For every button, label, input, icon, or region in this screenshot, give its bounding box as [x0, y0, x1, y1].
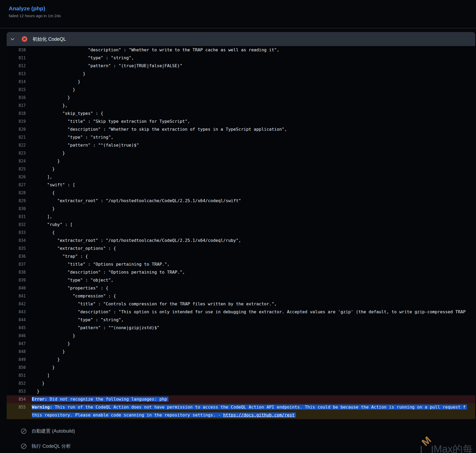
- log-line: 844 "type" : "string",: [7, 316, 475, 324]
- log-text: "extractor_root" : "/opt/hostedtoolcache…: [26, 197, 241, 205]
- line-number[interactable]: 835: [7, 244, 26, 252]
- log-line: 822 "pattern" : "^(false|true)$": [7, 141, 475, 149]
- line-number[interactable]: 823: [7, 149, 26, 157]
- log-text: }: [26, 149, 65, 157]
- line-number[interactable]: 817: [7, 102, 26, 110]
- log-line: 847 }: [7, 340, 475, 348]
- log-line: 850 }: [7, 364, 475, 372]
- line-number[interactable]: 828: [7, 189, 26, 197]
- line-number[interactable]: 851: [7, 372, 26, 379]
- log-line: 829 "extractor_root" : "/opt/hostedtoolc…: [7, 197, 475, 205]
- line-number[interactable]: 834: [7, 237, 26, 244]
- log-line: 842 "title" : "Controls compression for …: [7, 300, 475, 308]
- log-text: "title" : "Controls compression for the …: [26, 300, 277, 308]
- log-line: 831 ],: [7, 213, 475, 221]
- log-line: 815 }: [7, 86, 475, 94]
- log-text: }: [26, 157, 60, 165]
- log-text: "swift" : [: [26, 181, 75, 189]
- log-text: "pattern" : "^(false|true)$": [26, 141, 139, 149]
- line-number[interactable]: 833: [7, 229, 26, 237]
- log-text: }: [26, 86, 75, 94]
- chevron-down-icon[interactable]: [10, 37, 15, 42]
- log-line: 840 "properties" : {: [7, 284, 475, 292]
- line-number[interactable]: 837: [7, 260, 26, 268]
- line-number[interactable]: 815: [7, 86, 26, 94]
- line-number[interactable]: 846: [7, 332, 26, 340]
- step-name: 執行 CodeQL 分析: [32, 443, 71, 449]
- line-number[interactable]: 822: [7, 141, 26, 149]
- line-number[interactable]: 824: [7, 157, 26, 165]
- line-number[interactable]: 819: [7, 117, 26, 125]
- line-number[interactable]: 820: [7, 125, 26, 133]
- log-line: 836 "trap" : {: [7, 252, 475, 260]
- log-text: "ruby" : [: [26, 221, 73, 229]
- line-number[interactable]: 854: [7, 395, 26, 403]
- log-line: 824 }: [7, 157, 475, 165]
- header-divider: [0, 28, 476, 28]
- log-text: "properties" : {: [26, 284, 108, 292]
- log-text: "type" : "string",: [26, 316, 124, 324]
- line-number[interactable]: 829: [7, 197, 26, 205]
- log-line: 853 }: [7, 387, 475, 395]
- log-line: 848 }: [7, 348, 475, 356]
- log-text: "description" : "Whether to write to the…: [26, 46, 279, 54]
- line-number[interactable]: 827: [7, 181, 26, 189]
- log-line: 827 "swift" : [: [7, 181, 475, 189]
- line-number[interactable]: 844: [7, 316, 26, 324]
- line-number[interactable]: 850: [7, 364, 26, 372]
- line-number[interactable]: 843: [7, 308, 26, 316]
- line-number[interactable]: 847: [7, 340, 26, 348]
- log-text: {: [26, 189, 55, 197]
- log-line: 819 "title" : "Skip type extraction for …: [7, 117, 475, 125]
- docs-link[interactable]: https://docs.github.com/rest: [223, 413, 295, 418]
- line-number[interactable]: 852: [7, 379, 26, 387]
- line-number[interactable]: 825: [7, 165, 26, 173]
- log-text: "type" : "string",: [26, 133, 113, 141]
- log-text: }: [26, 364, 55, 372]
- line-number[interactable]: 826: [7, 173, 26, 181]
- line-number[interactable]: 838: [7, 268, 26, 276]
- line-number[interactable]: 849: [7, 356, 26, 364]
- step-header-initialize-codeql[interactable]: 初始化 CodeQL: [7, 32, 475, 46]
- line-number[interactable]: 841: [7, 292, 26, 300]
- log-text: }: [26, 165, 55, 173]
- step-log-card: 初始化 CodeQL 810 "description" : "Whether …: [7, 32, 475, 419]
- log-line: 828 {: [7, 189, 475, 197]
- log-line: 823 }: [7, 149, 475, 157]
- log-text: }: [26, 387, 39, 395]
- log-text: }: [26, 340, 70, 348]
- job-title[interactable]: Analyze (php): [9, 5, 61, 12]
- log-text: "type" : "object",: [26, 276, 113, 284]
- line-number[interactable]: 842: [7, 300, 26, 308]
- line-number[interactable]: 812: [7, 62, 26, 70]
- step-header-run-codeql-analysis: 執行 CodeQL 分析: [21, 443, 71, 449]
- line-number[interactable]: 845: [7, 324, 26, 332]
- line-number[interactable]: 848: [7, 348, 26, 356]
- log-text: "extractor_options" : {: [26, 244, 116, 252]
- line-number[interactable]: 853: [7, 387, 26, 395]
- log-text: "pattern" : "(true|TRUE|false|FALSE)": [26, 62, 182, 70]
- log-text: }: [26, 94, 70, 102]
- log-text: }: [26, 379, 45, 387]
- log-text: }: [26, 78, 80, 86]
- step-name: 初始化 CodeQL: [33, 36, 66, 42]
- line-number[interactable]: 821: [7, 133, 26, 141]
- line-number[interactable]: 813: [7, 70, 26, 78]
- x-circle-fail-icon: [22, 36, 27, 42]
- log-line: 818 "skip_types" : {: [7, 110, 475, 117]
- watermark-text: Max的每一天: [434, 442, 476, 453]
- line-number[interactable]: 840: [7, 284, 26, 292]
- line-number[interactable]: 814: [7, 78, 26, 86]
- line-number[interactable]: 811: [7, 54, 26, 62]
- line-number[interactable]: 855: [7, 403, 26, 411]
- log-line: 846 }: [7, 332, 475, 340]
- watermark: M Max的每一天: [420, 437, 476, 453]
- line-number[interactable]: 810: [7, 46, 26, 54]
- line-number[interactable]: 839: [7, 276, 26, 284]
- line-number[interactable]: 816: [7, 94, 26, 102]
- line-number[interactable]: 818: [7, 110, 26, 117]
- line-number[interactable]: 832: [7, 221, 26, 229]
- line-number[interactable]: 831: [7, 213, 26, 221]
- line-number[interactable]: 836: [7, 252, 26, 260]
- line-number[interactable]: 830: [7, 205, 26, 213]
